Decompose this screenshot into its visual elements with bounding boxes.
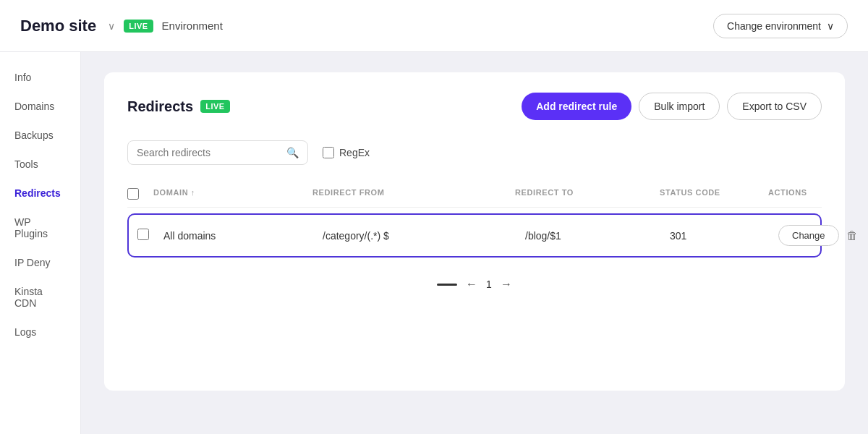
main-layout: Info Domains Backups Tools Redirects WP … [0,52,868,434]
select-all-checkbox[interactable] [127,188,139,200]
card-header-actions: Add redirect rule Bulk import Export to … [522,93,822,120]
next-page-button[interactable]: → [501,278,512,291]
topbar: Demo site ∨ LIVE Environment Change envi… [0,0,868,52]
page-number: 1 [486,278,492,290]
row-domain: All domains [163,230,323,242]
delete-icon[interactable]: 🗑 [846,229,858,242]
row-checkbox-cell [137,229,163,242]
search-input[interactable] [137,147,281,158]
row-redirect-from: /category/(.*) $ [323,230,525,242]
sidebar-item-tools[interactable]: Tools [0,150,80,178]
table-row: All domains /category/(.*) $ /blog/$1 30… [127,213,822,258]
prev-page-button[interactable]: ← [466,278,477,291]
sidebar-item-info[interactable]: Info [0,64,80,91]
col-redirect-to: REDIRECT TO [515,188,660,201]
chevron-down-icon: ∨ [827,20,834,32]
change-redirect-button[interactable]: Change [778,225,839,246]
regex-checkbox[interactable] [323,147,334,158]
page-indicator [437,284,457,286]
change-environment-button[interactable]: Change environment ∨ [713,14,848,38]
env-label: Environment [162,20,223,32]
col-actions: ACTIONS [768,188,822,201]
export-csv-button[interactable]: Export to CSV [727,93,822,120]
search-row: 🔍 RegEx [127,140,822,165]
row-redirect-to: /blog/$1 [525,230,670,242]
card-header: Redirects LIVE Add redirect rule Bulk im… [127,93,822,120]
site-title: Demo site [20,17,96,35]
main-content: Redirects LIVE Add redirect rule Bulk im… [81,52,868,434]
sidebar-item-domains[interactable]: Domains [0,93,80,120]
row-checkbox[interactable] [137,229,149,240]
col-status-code: STATUS CODE [660,188,768,201]
search-icon: 🔍 [286,147,299,158]
pagination: ← 1 → [127,278,822,291]
live-badge: LIVE [124,20,153,33]
col-redirect-from: REDIRECT FROM [312,188,515,201]
col-domain: DOMAIN ↑ [153,188,312,201]
sidebar: Info Domains Backups Tools Redirects WP … [0,52,81,434]
add-redirect-rule-button[interactable]: Add redirect rule [522,93,631,120]
sidebar-item-wp-plugins[interactable]: WP Plugins [0,208,80,247]
bulk-import-button[interactable]: Bulk import [639,93,720,120]
redirects-card: Redirects LIVE Add redirect rule Bulk im… [104,72,845,391]
row-actions: Change 🗑 [778,225,858,246]
sidebar-item-ip-deny[interactable]: IP Deny [0,249,80,276]
table-header: DOMAIN ↑ REDIRECT FROM REDIRECT TO STATU… [127,182,822,208]
sidebar-item-redirects[interactable]: Redirects [0,179,80,207]
row-status-code: 301 [670,230,778,242]
search-box: 🔍 [127,140,308,165]
sidebar-item-backups[interactable]: Backups [0,122,80,149]
sidebar-item-logs[interactable]: Logs [0,318,80,346]
redirects-table: DOMAIN ↑ REDIRECT FROM REDIRECT TO STATU… [127,182,822,258]
chevron-down-icon: ∨ [108,20,115,32]
regex-label[interactable]: RegEx [323,147,370,158]
card-title: Redirects LIVE [127,98,230,115]
card-live-badge: LIVE [200,100,229,113]
sidebar-item-kinsta-cdn[interactable]: Kinsta CDN [0,278,80,317]
col-checkbox [127,188,153,201]
